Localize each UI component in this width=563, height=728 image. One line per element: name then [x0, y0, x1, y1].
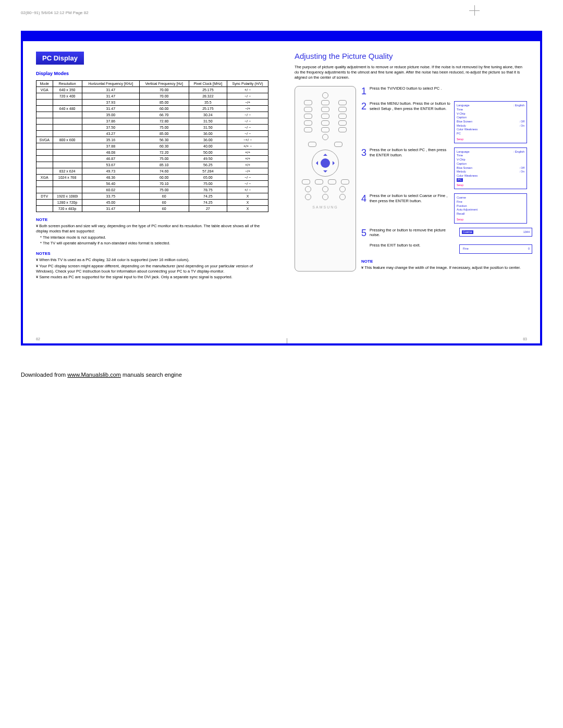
note-text: This feature may change the width of the… [361, 265, 527, 270]
page-spread: PC Display Display Modes ModeResolutionH… [21, 31, 542, 346]
osd-panel: CoarseFinePositionAuto AdjustmentRecallS… [454, 193, 527, 223]
table-row: 53.6785.1056.25+/+ [36, 162, 268, 168]
step-text: Press the TV/VIDEO button to select PC . [370, 86, 527, 97]
step-text: Press the or button to select Coarse or … [370, 193, 454, 223]
note-text: The TV will operate abnormally if a non-… [40, 241, 268, 246]
section-tab: PC Display [36, 52, 84, 65]
note-heading: NOTE [361, 259, 527, 264]
table-row: 640 x 48031.4760.0025.175−/+ [36, 106, 268, 112]
intro-text: The purpose of picture quality adjustmen… [295, 65, 527, 80]
step-number: 4 [361, 193, 370, 223]
brand-label: SAMSUNG [299, 205, 351, 209]
table-row: XGA1024 x 76848.3660.0065.00−/ − [36, 175, 268, 181]
table-row: DTV1920 x 1080i33.756074.25X [36, 193, 268, 200]
table-row: 48.0872.2050.00+/+ [36, 150, 268, 156]
note-heading: NOTE [36, 217, 268, 222]
step-number: 5 [361, 228, 370, 254]
step-text-line: Press the EXIT button to exit. [370, 243, 420, 248]
subheading: Display Modes [36, 71, 268, 76]
osd-slider: Coarse1344 [459, 228, 532, 237]
page-number: 83 [523, 337, 527, 341]
osd-panel: Language: EnglishTimeV-ChipCaptionBlue S… [454, 101, 527, 143]
step-number: 3 [361, 147, 370, 190]
footer-link[interactable]: www.Manualslib.com [67, 372, 121, 378]
note-text: Both screen position and size will vary,… [36, 224, 268, 234]
notes-heading: NOTES [36, 251, 268, 256]
table-row: 720 x 483p31.476027X [36, 206, 268, 212]
dpad-icon [312, 150, 339, 177]
table-row: 37.9385.0035.5−/+ [36, 100, 268, 106]
table-row: 46.8775.0049.50+/+ [36, 156, 268, 162]
note-text: Same modes as PC are supported for the s… [36, 275, 268, 280]
crop-mark-icon [540, 198, 542, 208]
display-modes-table: ModeResolutionHorizontal Frequency [KHz]… [36, 80, 268, 212]
table-row: 37.8672.8031.50−/ − [36, 118, 268, 125]
table-header: Sync Polarity (H/V) [227, 81, 268, 87]
step-text: Press the MENU button. Press the or butt… [370, 101, 454, 143]
left-page: PC Display Display Modes ModeResolutionH… [23, 41, 282, 343]
right-page: Adjusting the Picture Quality The purpos… [282, 41, 540, 343]
table-row: 60.0275.0078.75+/ − [36, 187, 268, 193]
table-row: 56.4070.1075.00−/ − [36, 181, 268, 187]
table-row: 35.0066.7030.24−/ − [36, 112, 268, 118]
remote-illustration: SAMSUNG [295, 86, 356, 272]
table-header: Mode [36, 81, 53, 87]
note-text: When this TV is used as a PC display, 32… [36, 257, 268, 263]
page-title: Adjusting the Picture Quality [295, 52, 527, 60]
table-row: 1280 x 720p45.006074.25X [36, 200, 268, 206]
crop-mark-icon [469, 5, 480, 16]
osd-slider: Fine0 [459, 244, 532, 254]
table-row: 43.2785.0036.00−/ − [36, 131, 268, 137]
table-row: 37.8860.3040.00+/+ − [36, 143, 268, 150]
footer-text: manuals search engine [121, 372, 182, 378]
note-text: Your PC display screen might appear diff… [36, 264, 268, 274]
table-row: 832 x 62449.7374.6057.284−/+ [36, 168, 268, 175]
table-row: VGA640 x 35031.4770.0025.175+/ − [36, 87, 268, 93]
footer-text: Downloaded from [21, 372, 67, 378]
crop-mark-icon [282, 338, 292, 346]
power-icon [322, 92, 328, 98]
osd-panel: Language: EnglishTimeV-ChipCaptionBlue S… [454, 147, 527, 190]
step-number: 1 [361, 86, 370, 97]
table-header: Horizontal Frequency [KHz] [82, 81, 139, 87]
step-text: Pressing the or button to remove the pic… [370, 228, 459, 254]
table-header: Pixel Clock [MHz] [189, 81, 227, 87]
table-header: Resolution [53, 81, 82, 87]
step-text-line: Pressing the or button to remove the pic… [370, 228, 446, 238]
step-number: 2 [361, 101, 370, 143]
note-text: The interlace mode is not supported. [40, 235, 268, 240]
footer: Downloaded from www.Manualslib.com manua… [10, 356, 553, 393]
table-row: 720 x 40031.4770.0028.322−/ − [36, 93, 268, 100]
table-header: Vertical Frequency [Hz] [139, 81, 189, 87]
table-row: SVGA800 x 60035.1656.3036.00−+/ − [36, 137, 268, 143]
page-number: 82 [36, 337, 40, 341]
step-text: Press the or button to select PC , then … [370, 147, 454, 190]
table-row: 37.5075.0031.50−/ − [36, 125, 268, 131]
